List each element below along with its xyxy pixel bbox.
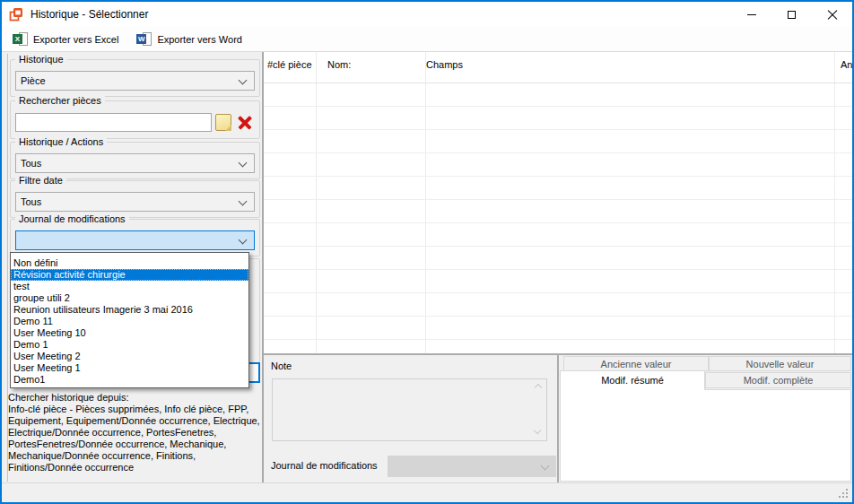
close-button[interactable] [812,2,852,27]
table-row[interactable] [264,83,852,107]
note-textarea [272,378,547,441]
table-row[interactable] [264,130,852,153]
results-rows [264,83,852,353]
app-icon [9,7,23,22]
table-row[interactable] [264,293,852,317]
table-row[interactable] [264,107,852,130]
column-header-champs[interactable]: Champs [426,59,463,70]
chevron-down-icon [239,197,248,206]
group-filtre-date: Filtre date Tous [10,180,260,218]
search-scope-line: Electrique/Donnée occurrence, PortesFene… [8,427,260,439]
search-scope-line: Finitions/Donnée occurrence [8,462,260,474]
tab-ancienne-valeur[interactable]: Ancienne valeur [563,356,709,371]
table-row[interactable] [264,177,852,200]
column-header-cle-piece[interactable]: #clé pièce [267,59,312,70]
dropdown-item[interactable]: test [11,281,248,292]
table-row[interactable] [264,247,852,270]
search-scope-line: Equipement, Equipement/Donnée occurrence… [8,415,260,427]
group-historique-actions: Historique / Actions Tous [10,142,260,179]
table-row[interactable] [264,270,852,293]
minimize-button[interactable] [731,2,771,27]
dropdown-item[interactable]: Reunion utilisateurs Imagerie 3 mai 2016 [11,304,248,316]
group-filtre-date-label: Filtre date [15,175,66,186]
table-row[interactable] [264,340,852,353]
table-row[interactable] [264,200,852,223]
values-panel: Ancienne valeur Nouvelle valeur Modif. c… [559,355,852,482]
export-excel-label: Exporter vers Excel [33,34,118,45]
export-excel-button[interactable]: X Exporter vers Excel [7,30,124,48]
search-scope-line: PortesFenetres/Donnée occurrence, Mechan… [8,439,260,450]
note-label: Note [271,361,292,371]
browse-folder-icon[interactable] [215,114,231,131]
title-bar[interactable]: Historique - Sélectionner [2,2,852,27]
rechercher-pieces-input[interactable] [15,113,212,132]
chevron-down-icon [541,462,550,471]
dropdown-item[interactable]: User Meeting 10 [11,327,248,339]
tab-modif-resume[interactable]: Modif. résumé [560,370,705,390]
dropdown-item[interactable]: User Meeting 2 [11,351,248,362]
dropdown-item[interactable]: Non défini [11,257,248,269]
maximize-button[interactable] [771,2,812,27]
main-area: Historique Pièce Rechercher pièces Histo… [2,52,852,482]
group-actions-label: Historique / Actions [15,136,107,147]
filtre-date-combobox[interactable]: Tous [15,192,255,212]
minimize-icon [747,14,756,15]
group-journal-label: Journal de modifications [15,213,129,224]
maximize-icon [788,11,796,19]
tab-content-area [560,389,851,482]
app-window: Historique - Sélectionner X Exporter ver… [0,0,854,504]
chevron-down-icon [239,236,248,245]
tab-nouvelle-valeur[interactable]: Nouvelle valeur [709,356,851,371]
group-historique-label: Historique [15,54,67,65]
dropdown-item[interactable]: groupe utili 2 [11,292,248,304]
dropdown-item[interactable]: Demo1 [11,374,248,386]
table-row[interactable] [264,153,852,177]
window-title: Historique - Sélectionner [30,2,148,27]
word-icon: W [136,32,152,46]
historique-combobox-value: Pièce [21,75,46,86]
clear-search-icon[interactable] [236,113,255,132]
export-word-button[interactable]: W Exporter vers Word [131,30,248,48]
note-panel: Note Journal de modifications [264,355,557,482]
dropdown-item[interactable]: Demo 11 [11,316,248,327]
close-icon [826,9,838,21]
search-scope-line: Info-clé pièce - Pièces supprimées, Info… [8,404,260,415]
dropdown-item[interactable]: Demo 1 [11,339,248,351]
table-row[interactable] [264,223,852,247]
filter-panel: Historique Pièce Rechercher pièces Histo… [7,54,262,482]
excel-icon: X [13,32,28,46]
results-table: #clé pièce Nom: Champs An [264,52,852,353]
resize-grip-icon[interactable] [846,496,848,498]
toolbar: X Exporter vers Excel W Exporter vers Wo… [2,27,852,52]
journal-combobox[interactable] [15,230,255,250]
journal-modifications-label: Journal de modifications [271,460,378,471]
note-scrollbar [531,380,545,439]
scroll-down-icon [534,427,541,434]
dropdown-item[interactable]: User Meeting 1 [11,362,248,374]
group-journal-modifications: Journal de modifications [10,219,260,256]
tab-modif-complete[interactable]: Modif. complète [705,372,851,388]
chevron-down-icon [239,76,248,85]
search-scope-title: Chercher historique depuis: [8,392,129,403]
scroll-up-icon [535,384,542,391]
dropdown-item[interactable]: Révision activité chirurgie [11,269,248,281]
journal-dropdown-list[interactable]: Non définiRévision activité chirurgietes… [10,252,249,388]
status-bar [2,482,852,502]
journal-modifications-combobox-disabled [388,456,556,477]
column-header-nom[interactable]: Nom: [327,59,351,70]
group-historique: Historique Pièce [10,59,260,97]
actions-combobox[interactable]: Tous [15,153,255,173]
search-scope-lines: Info-clé pièce - Pièces supprimées, Info… [8,404,260,474]
window-controls [731,2,852,27]
historique-combobox[interactable]: Pièce [15,71,255,91]
table-row[interactable] [264,317,852,340]
column-header-ancienne[interactable]: An [841,59,852,70]
actions-combobox-value: Tous [21,158,41,169]
chevron-down-icon [239,159,248,168]
filtre-date-combobox-value: Tous [21,196,41,207]
group-rechercher-label: Rechercher pièces [15,95,105,106]
group-rechercher-pieces: Rechercher pièces [10,100,260,139]
export-word-label: Exporter vers Word [157,34,242,45]
search-scope-line: Mechanique/Donnée occurrence, Finitions, [8,450,260,462]
